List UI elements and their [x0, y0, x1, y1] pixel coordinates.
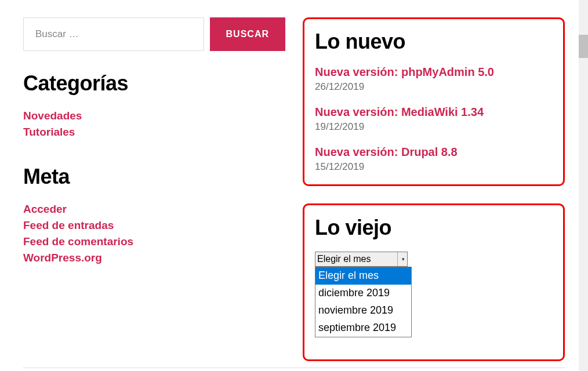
lo-viejo-widget: Lo viejo Elegir el mes ▾ Elegir el mes d… — [303, 203, 565, 361]
search-input[interactable] — [23, 17, 204, 51]
post-item: Nueva versión: phpMyAdmin 5.0 26/12/2019 — [315, 66, 553, 93]
category-link[interactable]: Novedades — [23, 110, 82, 122]
post-title-link[interactable]: Nueva versión: Drupal 8.8 — [315, 146, 553, 159]
lo-nuevo-widget: Lo nuevo Nueva versión: phpMyAdmin 5.0 2… — [303, 17, 565, 186]
archive-select[interactable]: Elegir el mes ▾ — [315, 252, 408, 267]
archive-option[interactable]: diciembre 2019 — [315, 285, 411, 302]
chevron-down-icon: ▾ — [397, 252, 407, 266]
lo-nuevo-title: Lo nuevo — [315, 30, 553, 54]
archive-option[interactable]: septiembre 2019 — [315, 319, 411, 337]
meta-link-entries-feed[interactable]: Feed de entradas — [23, 219, 114, 231]
post-date: 19/12/2019 — [315, 121, 553, 133]
post-item: Nueva versión: MediaWiki 1.34 19/12/2019 — [315, 106, 553, 133]
post-date: 15/12/2019 — [315, 161, 553, 173]
archive-dropdown: Elegir el mes diciembre 2019 noviembre 2… — [315, 267, 412, 337]
meta-link-wordpress[interactable]: WordPress.org — [23, 252, 102, 264]
footer-divider — [23, 368, 565, 368]
categories-title: Categorías — [23, 71, 285, 96]
meta-list: Acceder Feed de entradas Feed de comenta… — [23, 203, 285, 264]
meta-title: Meta — [23, 165, 285, 189]
meta-link-comments-feed[interactable]: Feed de comentarios — [23, 235, 133, 248]
categories-list: Novedades Tutoriales — [23, 110, 285, 139]
search-button[interactable]: BUSCAR — [210, 17, 285, 51]
archive-select-value: Elegir el mes — [315, 254, 371, 264]
post-title-link[interactable]: Nueva versión: phpMyAdmin 5.0 — [315, 66, 553, 79]
scrollbar-thumb[interactable] — [579, 35, 588, 58]
meta-link-login[interactable]: Acceder — [23, 203, 67, 215]
post-date: 26/12/2019 — [315, 81, 553, 93]
archive-option[interactable]: noviembre 2019 — [315, 302, 411, 319]
scrollbar-track[interactable] — [579, 0, 588, 371]
category-link[interactable]: Tutoriales — [23, 126, 75, 138]
lo-viejo-title: Lo viejo — [315, 216, 553, 240]
search-form: BUSCAR — [23, 17, 285, 51]
archive-option[interactable]: Elegir el mes — [315, 267, 411, 285]
post-item: Nueva versión: Drupal 8.8 15/12/2019 — [315, 146, 553, 173]
post-title-link[interactable]: Nueva versión: MediaWiki 1.34 — [315, 106, 553, 119]
